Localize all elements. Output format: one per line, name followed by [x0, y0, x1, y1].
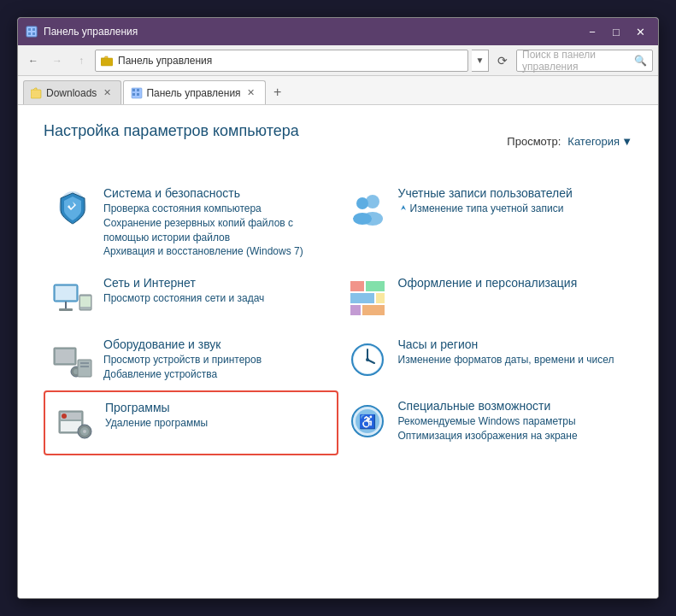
- category-clock-icon: [345, 337, 390, 382]
- category-security[interactable]: Система и безопасность Проверка состояни…: [44, 178, 338, 267]
- svg-rect-18: [56, 286, 76, 300]
- category-programs-link-0[interactable]: Удаление программы: [105, 416, 330, 431]
- close-button[interactable]: ✕: [629, 23, 651, 40]
- svg-point-40: [366, 358, 369, 361]
- category-users-icon: [345, 186, 390, 231]
- new-tab-button[interactable]: +: [267, 82, 288, 103]
- category-access-link-0[interactable]: Рекомендуемые Windows параметры: [398, 414, 626, 429]
- svg-point-43: [62, 414, 67, 419]
- tab-control-panel-icon: [131, 87, 143, 99]
- tabs-row: Downloads ✕ Панель управления ✕ +: [18, 76, 658, 105]
- category-programs-title[interactable]: Программы: [105, 401, 330, 414]
- svg-rect-22: [80, 296, 91, 307]
- svg-rect-5: [101, 58, 113, 66]
- category-network-text: Сеть и Интернет Просмотр состояния сети …: [103, 276, 332, 306]
- up-button[interactable]: ↑: [71, 50, 91, 71]
- category-security-icon: [50, 186, 95, 231]
- search-placeholder: Поиск в панели управления: [522, 49, 634, 73]
- tab-downloads-close[interactable]: ✕: [100, 86, 114, 100]
- category-access-link-1[interactable]: Оптимизация изображения на экране: [398, 429, 626, 443]
- svg-rect-27: [350, 305, 361, 315]
- category-clock-link-0[interactable]: Изменение форматов даты, времени и чисел: [398, 353, 626, 367]
- category-clock-text: Часы и регион Изменение форматов даты, в…: [398, 337, 626, 367]
- category-programs-icon: [52, 401, 97, 445]
- category-access-text: Специальные возможности Рекомендуемые Wi…: [398, 399, 626, 443]
- tab-control-panel-close[interactable]: ✕: [244, 86, 258, 100]
- category-appearance-icon: [345, 276, 390, 320]
- window-controls: − □ ✕: [581, 23, 651, 40]
- svg-text:♿: ♿: [359, 414, 376, 430]
- category-appearance[interactable]: Оформление и персонализация: [338, 267, 633, 329]
- category-users-title[interactable]: Учетные записи пользователей: [398, 186, 626, 200]
- category-network[interactable]: Сеть и Интернет Просмотр состояния сети …: [44, 267, 338, 329]
- address-box[interactable]: Панель управления: [95, 50, 468, 72]
- category-security-link-1[interactable]: Сохранение резервных копий файлов с помо…: [103, 216, 332, 245]
- category-users-text: Учетные записи пользователей Изменение т…: [398, 186, 626, 216]
- address-folder-icon: [101, 54, 115, 67]
- category-appearance-title[interactable]: Оформление и персонализация: [398, 276, 626, 290]
- search-icon: 🔍: [634, 55, 647, 67]
- svg-point-15: [356, 197, 368, 209]
- forward-button[interactable]: →: [47, 50, 68, 71]
- category-clock-title[interactable]: Часы и регион: [398, 337, 626, 351]
- svg-rect-6: [31, 90, 41, 98]
- svg-rect-28: [362, 305, 385, 315]
- category-hardware-icon: [50, 337, 95, 382]
- svg-rect-0: [26, 26, 37, 37]
- search-box[interactable]: Поиск в панели управления 🔍: [516, 50, 653, 72]
- view-mode-label: Категория: [567, 135, 620, 148]
- back-button[interactable]: ←: [23, 50, 44, 71]
- page-heading: Настройка параметров компьютера: [44, 122, 299, 140]
- category-hardware-link-1[interactable]: Добавление устройства: [103, 367, 332, 382]
- category-access-title[interactable]: Специальные возможности: [398, 399, 626, 413]
- tab-downloads[interactable]: Downloads ✕: [23, 80, 121, 104]
- category-network-link-0[interactable]: Просмотр состояния сети и задач: [103, 291, 332, 306]
- category-programs-text: Программы Удаление программы: [105, 401, 330, 431]
- view-dropdown-icon: ▼: [621, 135, 632, 148]
- category-programs[interactable]: Программы Удаление программы: [44, 390, 338, 455]
- tab-control-panel-label: Панель управления: [146, 87, 240, 99]
- address-text: Панель управления: [118, 55, 212, 67]
- svg-rect-30: [56, 349, 74, 363]
- tab-control-panel[interactable]: Панель управления ✕: [123, 80, 265, 104]
- category-security-title[interactable]: Система и безопасность: [103, 186, 332, 200]
- maximize-button[interactable]: □: [605, 23, 627, 40]
- svg-rect-25: [350, 293, 374, 303]
- svg-rect-1: [28, 28, 31, 31]
- category-hardware-link-0[interactable]: Просмотр устройств и принтеров: [103, 353, 332, 367]
- category-hardware-title[interactable]: Оборудование и звук: [103, 337, 332, 351]
- view-label: Просмотр:: [507, 135, 561, 148]
- window-icon: [25, 25, 38, 38]
- svg-rect-10: [132, 93, 135, 96]
- minimize-button[interactable]: −: [581, 23, 603, 40]
- category-access[interactable]: ♿ Специальные возможности Рекомендуемые …: [338, 390, 633, 455]
- category-hardware[interactable]: Оборудование и звук Просмотр устройств и…: [44, 329, 338, 390]
- refresh-button[interactable]: ⟳: [492, 50, 513, 71]
- category-hardware-text: Оборудование и звук Просмотр устройств и…: [103, 337, 332, 382]
- category-security-text: Система и безопасность Проверка состояни…: [103, 186, 332, 259]
- address-dropdown[interactable]: ▼: [472, 50, 489, 72]
- svg-rect-4: [32, 32, 35, 35]
- category-security-link-0[interactable]: Проверка состояния компьютера: [103, 202, 332, 216]
- view-control: Просмотр: Категория ▼: [507, 135, 632, 148]
- category-network-icon: [50, 276, 95, 320]
- address-bar: ← → ↑ Панель управления ▼ ⟳ Поиск в пане…: [18, 45, 658, 76]
- svg-rect-20: [59, 308, 73, 311]
- svg-rect-24: [366, 281, 385, 291]
- tab-downloads-label: Downloads: [46, 87, 97, 99]
- svg-rect-23: [350, 281, 364, 291]
- title-bar: Панель управления − □ ✕: [18, 18, 658, 45]
- window-title: Панель управления: [44, 26, 581, 38]
- svg-rect-33: [78, 360, 91, 377]
- category-network-title[interactable]: Сеть и Интернет: [103, 276, 332, 290]
- svg-rect-11: [137, 93, 139, 96]
- svg-rect-8: [132, 89, 135, 91]
- svg-point-47: [83, 430, 86, 433]
- main-window: Панель управления − □ ✕ ← → ↑ Панель упр…: [17, 17, 659, 599]
- category-users[interactable]: Учетные записи пользователей Изменение т…: [338, 178, 633, 267]
- category-clock[interactable]: Часы и регион Изменение форматов даты, в…: [338, 329, 633, 390]
- svg-rect-2: [32, 28, 35, 31]
- category-security-link-2[interactable]: Архивация и восстановление (Windows 7): [103, 244, 332, 259]
- svg-point-16: [353, 213, 372, 225]
- view-select[interactable]: Категория ▼: [567, 135, 632, 148]
